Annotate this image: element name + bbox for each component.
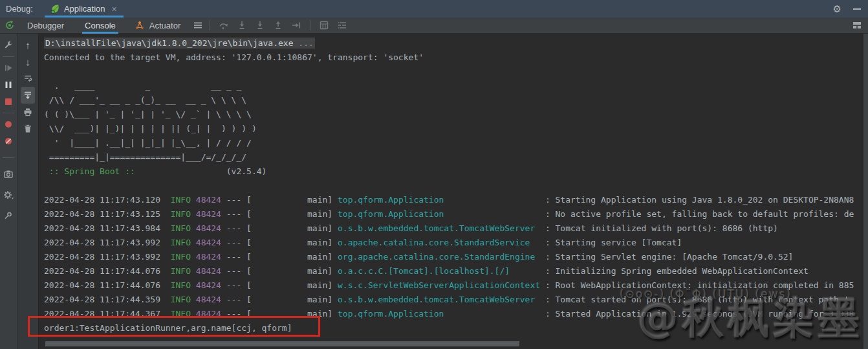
banner-line: \\/ ___)| |_)| | | | | || (_| | ) ) ) ) (44, 122, 868, 136)
step-over-icon[interactable] (217, 18, 231, 32)
spring-banner-footer: :: Spring Boot :: (v2.5.4) (44, 164, 868, 179)
log-line: 2022-04-28 11:17:44.076 INFO 48424 --- [… (44, 278, 868, 293)
run-to-cursor-icon[interactable] (289, 18, 303, 32)
step-out-icon[interactable] (271, 18, 285, 32)
gear-icon[interactable] (1, 186, 16, 203)
connected-line: Connected to the target VM, address: '12… (44, 51, 868, 65)
spring-boot-icon (50, 4, 60, 14)
hamburger-menu-icon[interactable] (191, 18, 205, 32)
close-icon[interactable]: × (112, 4, 117, 14)
force-step-into-icon[interactable] (253, 18, 267, 32)
banner-line: /\\ / ___'_ __ _ _(_)_ __ __ _ \ \ \ \ (44, 93, 868, 107)
mute-breakpoints-icon[interactable] (1, 133, 16, 150)
debug-toolbar: Debugger Console Actuator (0, 17, 868, 34)
tab-application[interactable]: Application × (45, 0, 124, 17)
horizontal-scrollbar[interactable] (45, 341, 519, 346)
actuator-icon (133, 18, 147, 32)
run-tab-title: Application (64, 4, 105, 14)
print-icon[interactable] (21, 104, 35, 120)
settings-gear-icon[interactable]: ⚙ (833, 3, 841, 15)
log-lines: 2022-04-28 11:17:43.120 INFO 48424 --- [… (44, 193, 868, 321)
clear-all-icon[interactable] (21, 120, 35, 137)
command-line: D:\installFile\java\jdk1.8.0_202\jre\bin… (44, 36, 868, 51)
blank-line (44, 179, 868, 193)
tab-debugger[interactable]: Debugger (25, 17, 67, 34)
vertical-scrollbar[interactable] (863, 34, 868, 349)
soft-wrap-icon[interactable] (21, 70, 35, 87)
toolbar-separator (210, 20, 210, 30)
rerun-icon[interactable] (3, 18, 17, 32)
blank-line (44, 65, 868, 79)
log-line: 2022-04-28 11:17:43.125 INFO 48424 --- [… (44, 207, 868, 221)
layout-settings-icon[interactable] (850, 18, 864, 32)
tab-console[interactable]: Console (82, 17, 118, 34)
log-line: 2022-04-28 11:17:44.076 INFO 48424 --- [… (44, 264, 868, 278)
banner-line: =========|_|==============|___/=/_/_/_/ (44, 150, 868, 164)
console-output[interactable]: D:\installFile\java\jdk1.8.0_202\jre\bin… (39, 34, 868, 349)
tab-actuator[interactable]: Actuator (147, 17, 183, 34)
tab-console-label: Console (85, 21, 116, 30)
debug-label: Debug: (6, 4, 33, 14)
tab-actuator-label: Actuator (149, 21, 180, 30)
spring-banner: . ____ _ __ _ _ /\\ / ___'_ __ _ _(_)_ _… (44, 79, 868, 164)
camera-icon[interactable] (1, 166, 16, 183)
banner-line: ' |____| .__|_| |_|_| |_\__, | / / / / (44, 136, 868, 150)
gutter-separator (3, 157, 14, 158)
console-actions-gutter: ↑ ↓ (17, 34, 39, 349)
arrow-up-icon[interactable]: ↑ (21, 36, 35, 53)
command-ellipsis: ... (294, 38, 314, 48)
minimize-icon[interactable] (853, 8, 861, 10)
log-line: 2022-04-28 11:17:44.359 INFO 48424 --- [… (44, 293, 868, 307)
banner-line: . ____ _ __ _ _ (44, 79, 868, 93)
pin-icon[interactable] (1, 207, 16, 224)
arrow-down-icon[interactable]: ↓ (21, 53, 35, 70)
log-line: 2022-04-28 11:17:43.992 INFO 48424 --- [… (44, 250, 868, 264)
gutter-separator (3, 56, 14, 57)
breakpoint-icon[interactable] (1, 116, 16, 133)
pause-icon[interactable] (1, 76, 16, 93)
java-exe-path: D:\installFile\java\jdk1.8.0_202\jre\bin… (45, 38, 294, 48)
toolbar-separator (310, 20, 310, 30)
log-line: 2022-04-28 11:17:44.367 INFO 48424 --- [… (44, 307, 868, 321)
debug-actions-gutter (0, 34, 17, 349)
scroll-to-end-icon[interactable] (21, 87, 35, 104)
header-bar: Debug: Application × ⚙ (0, 0, 868, 17)
main-area: ↑ ↓ (0, 34, 868, 349)
wrench-icon[interactable] (1, 37, 16, 54)
log-line: 2022-04-28 11:17:43.984 INFO 48424 --- [… (44, 221, 868, 236)
stdout-line: order1:TestApplicationRunner,arg.name[cc… (44, 321, 868, 335)
banner-line: ( ( )\___ | '_ | '_| | '_ \/ _` | \ \ \ … (44, 107, 868, 122)
log-line: 2022-04-28 11:17:43.992 INFO 48424 --- [… (44, 236, 868, 250)
resume-icon[interactable] (1, 60, 16, 76)
stop-icon[interactable] (1, 93, 16, 110)
log-line: 2022-04-28 11:17:43.120 INFO 48424 --- [… (44, 193, 868, 207)
debug-tool-window: Debug: Application × ⚙ (0, 0, 868, 349)
evaluate-expression-icon[interactable] (317, 18, 331, 32)
trace-settings-icon[interactable] (335, 18, 349, 32)
step-into-icon[interactable] (235, 18, 249, 32)
gutter-separator (3, 113, 14, 113)
tab-debugger-label: Debugger (27, 21, 64, 30)
